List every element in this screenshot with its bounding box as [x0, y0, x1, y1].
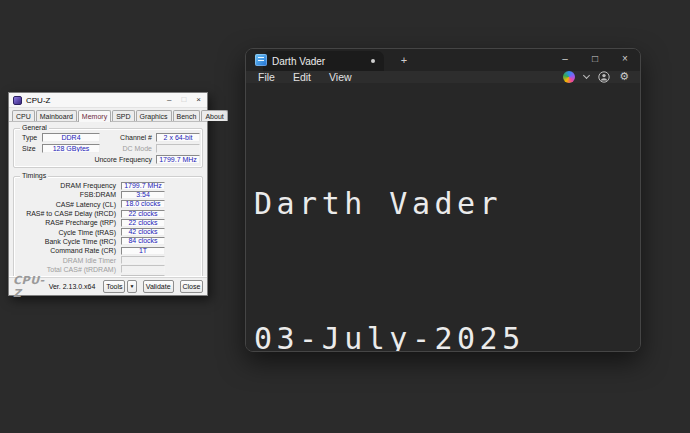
general-group-label: General — [20, 124, 49, 131]
timing-row: RAS# Precharge (tRP) 22 clocks — [16, 218, 200, 227]
cpuz-titlebar[interactable]: CPU-Z – □ × — [9, 93, 207, 108]
timing-value — [121, 256, 165, 264]
timing-value: 22 clocks — [121, 219, 165, 227]
cpuz-window-title: CPU-Z — [26, 96, 167, 105]
timing-label: Command Rate (CR) — [16, 247, 116, 254]
timing-value — [121, 265, 165, 273]
timings-groupbox: Timings DRAM Frequency 1799.7 MHz FSB:DR… — [13, 176, 203, 285]
cpuz-version: Ver. 2.13.0.x64 — [49, 283, 96, 290]
timing-label: Cycle Time (tRAS) — [16, 229, 116, 236]
desktop: CPU-Z – □ × CPU Mainboard Memory SPD Gra… — [0, 0, 690, 433]
new-tab-button[interactable]: + — [396, 53, 412, 69]
timings-group-label: Timings — [20, 172, 48, 179]
timing-row: FSB:DRAM 3:54 — [16, 190, 200, 199]
timing-value: 42 clocks — [121, 228, 165, 236]
notepad-window-controls: – □ × — [550, 49, 640, 71]
timing-row: Bank Cycle Time (tRC) 84 clocks — [16, 237, 200, 246]
tools-button[interactable]: Tools — [103, 280, 125, 293]
cpuz-logo: CPU-Z — [13, 274, 45, 300]
close-icon[interactable]: × — [610, 49, 640, 71]
cpuz-footer: CPU-Z Ver. 2.13.0.x64 Tools ▼ Validate C… — [9, 277, 207, 295]
timing-value: 1799.7 MHz — [121, 182, 165, 190]
timing-label: DRAM Idle Timer — [16, 257, 116, 264]
menu-view[interactable]: View — [320, 71, 361, 83]
dc-mode-value — [156, 144, 200, 153]
minimize-icon[interactable]: – — [550, 49, 580, 71]
timing-row: Cycle Time (tRAS) 42 clocks — [16, 227, 200, 236]
close-icon[interactable]: × — [196, 96, 201, 104]
copilot-icon[interactable] — [563, 71, 575, 83]
tab-memory[interactable]: Memory — [78, 110, 111, 122]
notepad-document-tab[interactable]: Darth Vader — [263, 51, 384, 71]
dc-mode-label: DC Mode — [92, 145, 152, 152]
maximize-icon: □ — [181, 96, 186, 104]
cpuz-window: CPU-Z – □ × CPU Mainboard Memory SPD Gra… — [8, 92, 208, 296]
cpuz-tab-bar: CPU Mainboard Memory SPD Graphics Bench … — [9, 108, 207, 122]
timing-label: CAS# Latency (CL) — [16, 201, 116, 208]
menubar-actions: ⚙ — [563, 71, 640, 83]
cpuz-window-controls: – □ × — [167, 96, 203, 104]
cpuz-memory-panel: General Type DDR4 Channel # 2 x 64-bit S… — [9, 122, 207, 285]
general-groupbox: General Type DDR4 Channel # 2 x 64-bit S… — [13, 128, 203, 168]
maximize-icon[interactable]: □ — [580, 49, 610, 71]
timing-row: CAS# Latency (CL) 18.0 clocks — [16, 200, 200, 209]
notepad-titlebar[interactable]: Darth Vader + – □ × — [246, 49, 640, 71]
close-button[interactable]: Close — [180, 280, 203, 293]
timing-label: RAS# to CAS# Delay (tRCD) — [16, 210, 116, 217]
editor-line: 03-July-2025 — [254, 316, 640, 352]
channel-label: Channel # — [92, 134, 152, 141]
notepad-menubar: File Edit View ⚙ — [246, 71, 640, 83]
tab-bench[interactable]: Bench — [173, 110, 201, 121]
timing-value: 18.0 clocks — [121, 200, 165, 208]
tab-mainboard[interactable]: Mainboard — [36, 110, 77, 121]
menu-edit[interactable]: Edit — [284, 71, 320, 83]
timing-row: DRAM Idle Timer — [16, 255, 200, 264]
editor-line: Darth Vader — [254, 181, 640, 226]
timing-value: 22 clocks — [121, 210, 165, 218]
validate-button[interactable]: Validate — [143, 280, 174, 293]
tab-title: Darth Vader — [272, 56, 371, 67]
account-icon[interactable] — [598, 71, 610, 83]
notepad-app-icon — [255, 54, 267, 66]
tab-spd[interactable]: SPD — [112, 110, 134, 121]
uncore-frequency-value: 1799.7 MHz — [156, 155, 200, 164]
timing-label: RAS# Precharge (tRP) — [16, 219, 116, 226]
timing-label: Bank Cycle Time (tRC) — [16, 238, 116, 245]
timing-value: 3:54 — [121, 191, 165, 199]
channel-value: 2 x 64-bit — [156, 133, 200, 142]
timing-row: RAS# to CAS# Delay (tRCD) 22 clocks — [16, 209, 200, 218]
timing-value: 84 clocks — [121, 237, 165, 245]
timings-rows: DRAM Frequency 1799.7 MHz FSB:DRAM 3:54 … — [16, 181, 200, 283]
unsaved-indicator-dot — [371, 59, 375, 63]
timing-label: DRAM Frequency — [16, 182, 116, 189]
tab-about[interactable]: About — [201, 110, 227, 121]
type-label: Type — [22, 134, 37, 141]
tools-dropdown-arrow-icon[interactable]: ▼ — [127, 280, 136, 293]
cpuz-app-icon — [13, 96, 22, 105]
timing-value: 1T — [121, 247, 165, 255]
notepad-window: Darth Vader + – □ × File Edit View — [245, 48, 641, 352]
timing-row: DRAM Frequency 1799.7 MHz — [16, 181, 200, 190]
text-editor-area[interactable]: Darth Vader 03-July-2025 — [246, 83, 640, 352]
tab-graphics[interactable]: Graphics — [136, 110, 172, 121]
timing-row: Command Rate (CR) 1T — [16, 246, 200, 255]
menu-file[interactable]: File — [249, 71, 284, 83]
minimize-icon[interactable]: – — [167, 96, 171, 104]
settings-gear-icon[interactable]: ⚙ — [619, 71, 629, 83]
chevron-down-icon[interactable] — [583, 72, 590, 79]
tab-cpu[interactable]: CPU — [12, 110, 35, 121]
uncore-frequency-label: Uncore Frequency — [72, 156, 152, 163]
size-label: Size — [22, 145, 36, 152]
timing-label: Total CAS# (tRDRAM) — [16, 266, 116, 273]
timing-label: FSB:DRAM — [16, 191, 116, 198]
